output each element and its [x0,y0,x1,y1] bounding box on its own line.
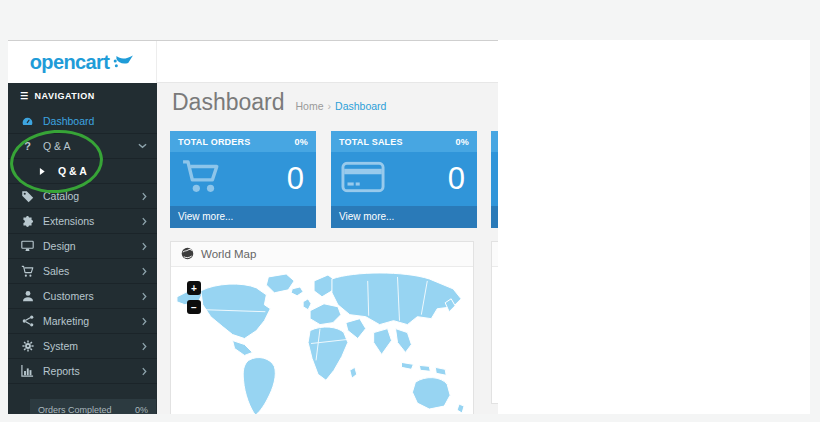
sidebar-item-design[interactable]: Design [8,234,157,259]
chevron-right-icon [142,342,147,351]
shopping-cart-icon [180,159,224,199]
sidebar-item-label: Sales [43,265,142,277]
sidebar-item-label: Q & A [58,165,147,177]
sidebar-item-label: Customers [43,290,142,302]
question-icon: ? [20,140,35,152]
opencart-cart-icon [113,54,134,70]
cart-icon [20,265,35,278]
world-map[interactable]: + − [171,267,473,414]
panel-title: World Map [201,248,256,260]
tile-body: 0 [170,152,316,206]
tile-percent: 0% [295,137,308,147]
world-map-image [171,269,473,414]
chevron-right-icon [142,317,147,326]
sidebar-navigation-header: ☰ NAVIGATION [8,83,157,109]
sidebar-item-label: Q & A [43,140,138,152]
chevron-down-icon [138,143,147,149]
opencart-logo[interactable]: opencart [8,41,157,83]
panel-clipped-header [492,242,498,267]
share-icon [20,315,35,327]
tile-value: 0 [448,161,465,197]
credit-card-icon [341,162,385,197]
main-content: Dashboard Home›Dashboard TOTAL ORDERS 0%… [157,83,498,414]
map-zoom-out-button[interactable]: − [187,300,201,314]
sidebar-item-label: Marketing [43,315,142,327]
tile-value: 0 [287,161,304,197]
sidebar-item-label: Extensions [43,215,142,227]
tile-header: TOTAL SALES 0% [331,131,477,152]
sidebar-item-label: System [43,340,142,352]
map-zoom-controls: + − [187,281,201,314]
sidebar-item-dashboard[interactable]: Dashboard [8,109,157,134]
user-icon [20,290,35,302]
tile-header: TOTAL ORDERS 0% [170,131,316,152]
chevron-right-icon [142,292,147,301]
sidebar-item-label: Catalog [43,190,142,202]
world-map-panel: World Map [170,241,474,414]
tile-body: 0 [331,152,477,206]
view-more-link[interactable]: View more... [331,206,477,228]
page-header: Dashboard Home›Dashboard [172,89,386,116]
navigation-label: NAVIGATION [35,91,95,101]
view-more-link[interactable]: View more... [170,206,316,228]
chevron-right-icon [142,267,147,276]
breadcrumb-dashboard-link[interactable]: Dashboard [335,100,386,112]
chart-icon [20,365,35,377]
tag-icon [20,190,35,203]
total-orders-tile: TOTAL ORDERS 0% 0 View more... [170,131,316,228]
tile-title: TOTAL ORDERS [178,137,250,147]
breadcrumb-home-link[interactable]: Home [296,100,324,112]
tile-title: TOTAL SALES [339,137,403,147]
sidebar: ☰ NAVIGATION Dashboard ? Q & A [8,83,157,414]
opencart-admin: opencart ☰ NAVIGATION Dashboard ? Q & A [8,40,498,414]
map-zoom-in-button[interactable]: + [187,281,201,295]
sidebar-item-system[interactable]: System [8,334,157,359]
tile-percent: 0% [456,137,469,147]
tile-footer [491,206,498,228]
sidebar-item-label: Dashboard [43,115,147,127]
dashboard-icon [20,115,35,128]
orders-completed-stat: Orders Completed 0% [30,399,156,414]
sidebar-item-label: Design [43,240,142,252]
caret-right-icon [35,167,50,176]
chevron-right-icon [142,192,147,201]
screenshot-region: opencart ☰ NAVIGATION Dashboard ? Q & A [8,40,810,414]
panel-clipped [491,241,498,404]
sidebar-item-customers[interactable]: Customers [8,284,157,309]
sidebar-item-qa[interactable]: ? Q & A [8,134,157,159]
sidebar-item-marketing[interactable]: Marketing [8,309,157,334]
sidebar-subitem-qa[interactable]: Q & A [8,159,157,184]
opencart-logo-text: opencart [30,51,110,74]
puzzle-icon [20,215,35,228]
stat-label: Orders Completed [38,405,112,414]
chevron-right-icon [142,217,147,226]
hamburger-icon: ☰ [20,91,29,101]
total-sales-tile: TOTAL SALES 0% 0 View more... [331,131,477,228]
tile-header [491,131,498,152]
stat-value: 0% [135,405,148,414]
sidebar-item-reports[interactable]: Reports [8,359,157,384]
breadcrumb: Home›Dashboard [296,100,387,112]
monitor-icon [20,240,35,252]
sidebar-item-catalog[interactable]: Catalog [8,184,157,209]
breadcrumb-separator: › [328,100,332,112]
world-map-panel-header: World Map [171,242,473,267]
gear-icon [20,340,35,352]
globe-icon [181,247,194,262]
tile-body [491,152,498,206]
tile-clipped [491,131,498,228]
sidebar-item-sales[interactable]: Sales [8,259,157,284]
chevron-right-icon [142,367,147,376]
sidebar-item-label: Reports [43,365,142,377]
chevron-right-icon [142,242,147,251]
page-title: Dashboard [172,89,285,116]
sidebar-item-extensions[interactable]: Extensions [8,209,157,234]
